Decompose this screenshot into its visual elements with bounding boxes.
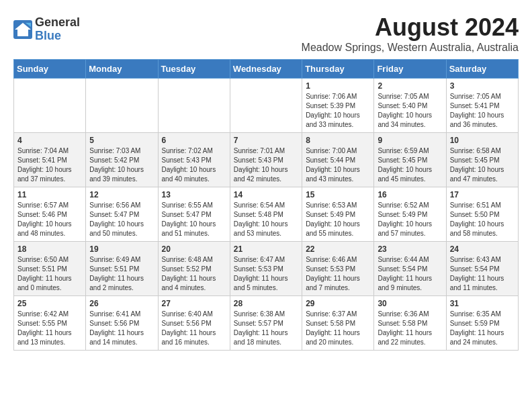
logo-text: General Blue	[35, 16, 80, 43]
calendar-cell: 11Sunrise: 6:57 AM Sunset: 5:46 PM Dayli…	[14, 187, 86, 242]
calendar-cell: 1Sunrise: 7:06 AM Sunset: 5:39 PM Daylig…	[302, 79, 374, 133]
calendar-cell: 9Sunrise: 6:59 AM Sunset: 5:45 PM Daylig…	[374, 133, 446, 187]
calendar-cell: 28Sunrise: 6:38 AM Sunset: 5:57 PM Dayli…	[230, 296, 302, 351]
day-info: Sunrise: 6:54 AM Sunset: 5:48 PM Dayligh…	[234, 201, 298, 238]
day-info: Sunrise: 6:43 AM Sunset: 5:54 PM Dayligh…	[450, 255, 515, 293]
calendar-cell	[14, 79, 86, 133]
day-header-monday: Monday	[86, 60, 158, 79]
day-number: 10	[450, 136, 515, 145]
day-info: Sunrise: 6:55 AM Sunset: 5:47 PM Dayligh…	[162, 201, 226, 238]
calendar-cell: 12Sunrise: 6:56 AM Sunset: 5:47 PM Dayli…	[86, 187, 158, 242]
day-header-sunday: Sunday	[14, 60, 86, 79]
calendar-cell: 13Sunrise: 6:55 AM Sunset: 5:47 PM Dayli…	[158, 187, 230, 242]
day-number: 14	[234, 190, 298, 199]
day-number: 22	[306, 244, 370, 254]
day-number: 8	[306, 136, 370, 145]
day-info: Sunrise: 7:03 AM Sunset: 5:42 PM Dayligh…	[89, 146, 154, 184]
day-number: 18	[17, 244, 82, 254]
day-number: 19	[89, 244, 154, 254]
day-header-wednesday: Wednesday	[230, 60, 302, 79]
day-info: Sunrise: 7:05 AM Sunset: 5:41 PM Dayligh…	[450, 92, 515, 130]
location-subtitle: Meadow Springs, Western Australia, Austr…	[302, 42, 519, 54]
day-number: 29	[306, 299, 370, 308]
day-number: 28	[234, 299, 298, 308]
day-number: 27	[162, 299, 226, 308]
calendar-cell: 30Sunrise: 6:36 AM Sunset: 5:58 PM Dayli…	[374, 296, 446, 351]
day-info: Sunrise: 7:04 AM Sunset: 5:41 PM Dayligh…	[17, 146, 82, 184]
day-number: 15	[306, 190, 370, 199]
day-info: Sunrise: 7:05 AM Sunset: 5:40 PM Dayligh…	[378, 92, 442, 130]
logo-general: General	[35, 16, 80, 30]
day-number: 4	[17, 136, 82, 145]
day-info: Sunrise: 7:02 AM Sunset: 5:43 PM Dayligh…	[162, 146, 226, 184]
calendar-cell: 10Sunrise: 6:58 AM Sunset: 5:45 PM Dayli…	[446, 133, 518, 187]
calendar-cell: 21Sunrise: 6:47 AM Sunset: 5:53 PM Dayli…	[230, 242, 302, 296]
day-number: 20	[162, 244, 226, 254]
day-info: Sunrise: 6:46 AM Sunset: 5:53 PM Dayligh…	[306, 255, 370, 293]
calendar-cell: 25Sunrise: 6:42 AM Sunset: 5:55 PM Dayli…	[14, 296, 86, 351]
calendar-cell: 14Sunrise: 6:54 AM Sunset: 5:48 PM Dayli…	[230, 187, 302, 242]
day-info: Sunrise: 6:49 AM Sunset: 5:51 PM Dayligh…	[89, 255, 154, 293]
day-info: Sunrise: 6:37 AM Sunset: 5:58 PM Dayligh…	[306, 310, 370, 347]
day-info: Sunrise: 6:44 AM Sunset: 5:54 PM Dayligh…	[378, 255, 442, 293]
day-number: 9	[378, 136, 442, 145]
calendar-cell: 6Sunrise: 7:02 AM Sunset: 5:43 PM Daylig…	[158, 133, 230, 187]
day-number: 12	[89, 190, 154, 199]
day-info: Sunrise: 6:58 AM Sunset: 5:45 PM Dayligh…	[450, 146, 515, 184]
calendar-week-4: 18Sunrise: 6:50 AM Sunset: 5:51 PM Dayli…	[14, 242, 519, 296]
calendar-week-1: 1Sunrise: 7:06 AM Sunset: 5:39 PM Daylig…	[14, 79, 519, 133]
title-block: August 2024 Meadow Springs, Western Aust…	[302, 13, 519, 54]
calendar-body: 1Sunrise: 7:06 AM Sunset: 5:39 PM Daylig…	[14, 79, 519, 351]
header-row: SundayMondayTuesdayWednesdayThursdayFrid…	[14, 60, 519, 79]
calendar-cell: 2Sunrise: 7:05 AM Sunset: 5:40 PM Daylig…	[374, 79, 446, 133]
calendar-cell	[86, 79, 158, 133]
day-info: Sunrise: 6:41 AM Sunset: 5:56 PM Dayligh…	[89, 310, 154, 347]
calendar-week-5: 25Sunrise: 6:42 AM Sunset: 5:55 PM Dayli…	[14, 296, 519, 351]
day-number: 26	[89, 299, 154, 308]
day-number: 7	[234, 136, 298, 145]
calendar-header: SundayMondayTuesdayWednesdayThursdayFrid…	[14, 60, 519, 79]
day-info: Sunrise: 7:00 AM Sunset: 5:44 PM Dayligh…	[306, 146, 370, 184]
day-info: Sunrise: 6:48 AM Sunset: 5:52 PM Dayligh…	[162, 255, 226, 293]
day-number: 13	[162, 190, 226, 199]
calendar-cell: 3Sunrise: 7:05 AM Sunset: 5:41 PM Daylig…	[446, 79, 518, 133]
calendar-table: SundayMondayTuesdayWednesdayThursdayFrid…	[13, 59, 519, 351]
logo-icon	[13, 20, 32, 39]
day-info: Sunrise: 7:06 AM Sunset: 5:39 PM Dayligh…	[306, 92, 370, 130]
day-info: Sunrise: 6:42 AM Sunset: 5:55 PM Dayligh…	[17, 310, 82, 347]
day-number: 25	[17, 299, 82, 308]
calendar-cell	[230, 79, 302, 133]
calendar-cell: 19Sunrise: 6:49 AM Sunset: 5:51 PM Dayli…	[86, 242, 158, 296]
day-info: Sunrise: 6:52 AM Sunset: 5:49 PM Dayligh…	[378, 201, 442, 238]
day-number: 16	[378, 190, 442, 199]
page-header: General Blue August 2024 Meadow Springs,…	[13, 13, 519, 54]
day-number: 23	[378, 244, 442, 254]
day-info: Sunrise: 6:53 AM Sunset: 5:49 PM Dayligh…	[306, 201, 370, 238]
calendar-cell: 29Sunrise: 6:37 AM Sunset: 5:58 PM Dayli…	[302, 296, 374, 351]
calendar-cell	[158, 79, 230, 133]
day-number: 2	[378, 81, 442, 91]
logo: General Blue	[13, 16, 80, 43]
calendar-week-3: 11Sunrise: 6:57 AM Sunset: 5:46 PM Dayli…	[14, 187, 519, 242]
calendar-cell: 31Sunrise: 6:35 AM Sunset: 5:59 PM Dayli…	[446, 296, 518, 351]
calendar-week-2: 4Sunrise: 7:04 AM Sunset: 5:41 PM Daylig…	[14, 133, 519, 187]
calendar-cell: 26Sunrise: 6:41 AM Sunset: 5:56 PM Dayli…	[86, 296, 158, 351]
logo-blue: Blue	[35, 30, 80, 43]
day-number: 3	[450, 81, 515, 91]
day-info: Sunrise: 6:47 AM Sunset: 5:53 PM Dayligh…	[234, 255, 298, 293]
calendar-cell: 17Sunrise: 6:51 AM Sunset: 5:50 PM Dayli…	[446, 187, 518, 242]
calendar-cell: 8Sunrise: 7:00 AM Sunset: 5:44 PM Daylig…	[302, 133, 374, 187]
day-info: Sunrise: 6:35 AM Sunset: 5:59 PM Dayligh…	[450, 310, 515, 347]
day-header-saturday: Saturday	[446, 60, 518, 79]
day-number: 30	[378, 299, 442, 308]
calendar-cell: 27Sunrise: 6:40 AM Sunset: 5:56 PM Dayli…	[158, 296, 230, 351]
day-number: 11	[17, 190, 82, 199]
calendar-cell: 20Sunrise: 6:48 AM Sunset: 5:52 PM Dayli…	[158, 242, 230, 296]
day-number: 31	[450, 299, 515, 308]
calendar-cell: 16Sunrise: 6:52 AM Sunset: 5:49 PM Dayli…	[374, 187, 446, 242]
day-header-thursday: Thursday	[302, 60, 374, 79]
day-info: Sunrise: 6:59 AM Sunset: 5:45 PM Dayligh…	[378, 146, 442, 184]
day-info: Sunrise: 6:51 AM Sunset: 5:50 PM Dayligh…	[450, 201, 515, 238]
day-header-tuesday: Tuesday	[158, 60, 230, 79]
day-header-friday: Friday	[374, 60, 446, 79]
